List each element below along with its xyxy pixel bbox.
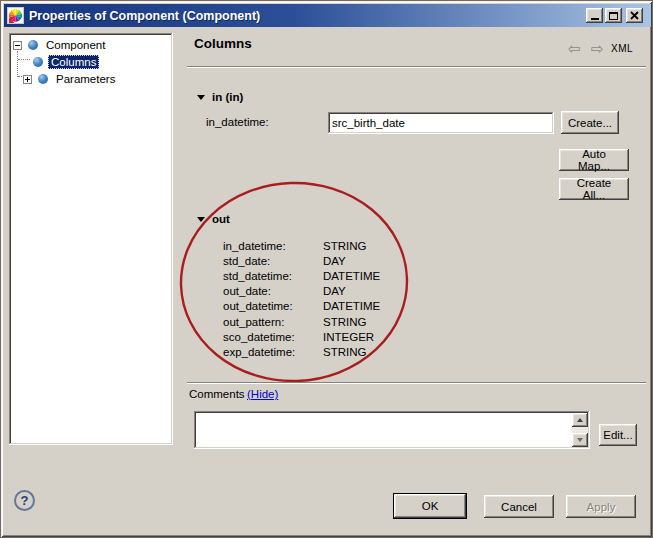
tree-connector <box>18 59 30 60</box>
tree-item-component[interactable]: Component <box>43 38 108 52</box>
field-name: std_date: <box>223 255 323 267</box>
section-in-label: in (in) <box>212 91 243 103</box>
comments-scrollbar[interactable] <box>572 413 588 447</box>
auto-map-button[interactable]: Auto Map... <box>559 149 629 171</box>
ok-button[interactable]: OK <box>393 493 467 519</box>
maximize-icon <box>609 12 618 20</box>
window-title: Properties of Component (Component) <box>29 9 260 23</box>
out-field-row: exp_datetime: STRING <box>223 344 380 359</box>
back-arrow-icon[interactable]: ⇦ <box>568 41 581 56</box>
comments-divider <box>187 382 646 384</box>
field-type: STRING <box>323 346 366 358</box>
field-name: out_date: <box>223 285 323 297</box>
section-out-label: out <box>212 213 230 225</box>
field-type: DAY <box>323 285 346 297</box>
out-field-row: out_date: DAY <box>223 284 380 299</box>
expand-icon[interactable] <box>23 75 32 84</box>
create-all-button[interactable]: Create All... <box>559 178 629 200</box>
titlebar[interactable]: Properties of Component (Component) <box>4 4 651 27</box>
field-name: out_pattern: <box>223 316 323 328</box>
app-logo-icon <box>7 7 24 24</box>
out-field-row: in_datetime: STRING <box>223 238 380 253</box>
collapse-icon[interactable] <box>13 41 22 50</box>
field-name: sco_datetime: <box>223 331 323 343</box>
page-title: Columns <box>194 36 252 51</box>
edit-comments-button[interactable]: Edit... <box>599 424 637 446</box>
minimize-button[interactable] <box>586 8 603 23</box>
help-button[interactable]: ? <box>14 490 35 511</box>
forward-arrow-icon[interactable]: ⇨ <box>591 41 604 56</box>
hide-comments-link[interactable]: (Hide) <box>247 388 278 400</box>
close-icon <box>630 11 639 20</box>
component-tree: Component Columns Parameters <box>9 33 173 445</box>
parameters-node-icon <box>38 74 48 84</box>
scroll-down-button[interactable] <box>572 433 588 447</box>
header-divider <box>187 66 646 68</box>
collapse-triangle-icon <box>197 95 205 100</box>
out-field-row: std_datetime: DATETIME <box>223 268 380 283</box>
out-field-list: in_datetime: STRING std_date: DAY std_da… <box>223 238 380 360</box>
comments-textarea[interactable] <box>196 413 572 447</box>
in-datetime-input[interactable] <box>328 112 554 134</box>
field-name: out_datetime: <box>223 300 323 312</box>
close-button[interactable] <box>626 8 643 23</box>
field-type: INTEGER <box>323 331 374 343</box>
tree-item-columns[interactable]: Columns <box>48 55 99 69</box>
section-out-header[interactable]: out <box>197 213 230 225</box>
apply-button[interactable]: Apply <box>566 495 636 518</box>
tree-connector <box>17 51 18 77</box>
maximize-button[interactable] <box>605 8 622 23</box>
collapse-triangle-icon <box>197 217 205 222</box>
field-name: std_datetime: <box>223 270 323 282</box>
section-in-header[interactable]: in (in) <box>197 91 243 103</box>
field-type: STRING <box>323 240 366 252</box>
field-type: DAY <box>323 255 346 267</box>
field-name: in_datetime: <box>223 240 323 252</box>
field-type: DATETIME <box>323 300 380 312</box>
component-node-icon <box>28 40 38 50</box>
field-type: DATETIME <box>323 270 380 282</box>
xml-view-toggle[interactable]: XML <box>611 43 633 54</box>
in-datetime-label: in_datetime: <box>206 116 269 128</box>
columns-node-icon <box>33 57 43 67</box>
cancel-button[interactable]: Cancel <box>484 495 554 518</box>
comments-box <box>194 411 590 449</box>
out-field-row: std_date: DAY <box>223 253 380 268</box>
out-field-row: out_datetime: DATETIME <box>223 299 380 314</box>
arrow-down-icon <box>577 438 583 442</box>
properties-dialog: Properties of Component (Component) Comp… <box>0 0 653 538</box>
create-button[interactable]: Create... <box>561 111 619 134</box>
out-field-row: out_pattern: STRING <box>223 314 380 329</box>
minimize-icon <box>591 18 599 20</box>
field-type: STRING <box>323 316 366 328</box>
tree-item-parameters[interactable]: Parameters <box>53 72 118 86</box>
comments-label: Comments <box>189 388 245 400</box>
field-name: exp_datetime: <box>223 346 323 358</box>
scroll-up-button[interactable] <box>572 413 588 427</box>
arrow-up-icon <box>577 418 583 422</box>
out-field-row: sco_datetime: INTEGER <box>223 329 380 344</box>
